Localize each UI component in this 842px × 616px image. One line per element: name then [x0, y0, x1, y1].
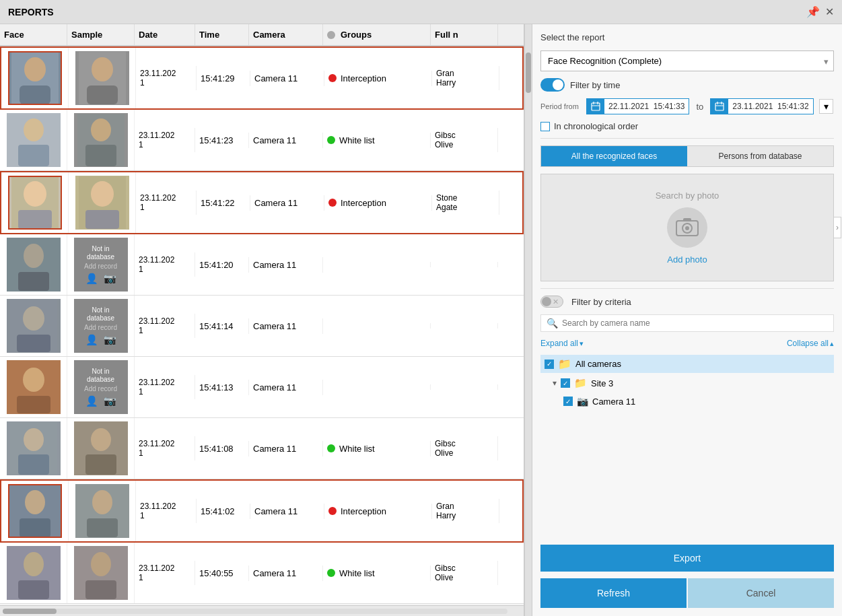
col-header-groups: Groups [323, 24, 431, 45]
calendar-from-button[interactable] [587, 99, 604, 114]
chrono-label: In chronological order [554, 121, 638, 131]
filter-time-toggle[interactable] [540, 78, 565, 92]
cell-groups: Interception [324, 71, 432, 86]
horizontal-scrollbar[interactable] [3, 609, 507, 614]
calendar-to-button[interactable] [711, 99, 728, 114]
search-camera-input[interactable] [562, 318, 828, 328]
tree-arrow-site3[interactable]: ▾ [553, 378, 557, 388]
add-photo-link[interactable]: Add photo [667, 254, 707, 265]
collapse-all-button[interactable]: Collapse all ▴ [787, 339, 834, 348]
cell-fullname: GranHarry [432, 66, 499, 90]
cell-groups [323, 262, 431, 267]
period-to-input[interactable]: 23.11.2021 15:41:32 [710, 98, 813, 114]
svg-point-13 [24, 181, 46, 207]
col-header-camera: Camera [249, 24, 323, 45]
chevron-up-icon: ▴ [830, 339, 834, 348]
svg-point-1 [24, 57, 46, 81]
report-select[interactable]: Face Recognition (Complete) Face Recogni… [540, 50, 834, 71]
table-row[interactable]: 23.11.2021 15:40:55 Camera 11 White list… [0, 543, 524, 604]
svg-point-43 [91, 552, 111, 576]
collapse-all-label: Collapse all [787, 339, 829, 348]
table-row[interactable]: 23.11.2021 15:41:23 Camera 11 White list… [0, 110, 524, 171]
title-bar: REPORTS 📌 ✕ [0, 0, 842, 24]
svg-rect-23 [17, 335, 50, 352]
svg-rect-41 [18, 580, 49, 599]
tree-item-site3[interactable]: ▾ ✓ 📁 Site 3 [549, 374, 834, 392]
add-person-icon[interactable]: 👤 [85, 334, 98, 346]
cell-camera: Camera 11 [250, 195, 324, 211]
cell-camera: Camera 11 [249, 133, 323, 148]
group-color-dot [328, 199, 337, 207]
camera-icon: 📷 [577, 396, 588, 407]
filter-criteria-toggle[interactable]: ✕ [540, 296, 563, 308]
cell-face [0, 418, 67, 479]
table-row[interactable]: 23.11.2021 15:41:08 Camera 11 White list… [0, 418, 524, 479]
panel-toggle-arrow[interactable]: › [833, 217, 841, 238]
cell-time: 15:41:20 [195, 257, 249, 273]
svg-point-55 [685, 226, 689, 230]
close-icon[interactable]: ✕ [825, 5, 834, 18]
add-person-icon[interactable]: 👤 [85, 273, 98, 285]
period-section: Period from 22.11.2021 15:41:33 [540, 98, 834, 114]
chrono-checkbox[interactable] [540, 122, 550, 131]
col-header-sample: Sample [67, 24, 135, 45]
svg-point-7 [24, 118, 44, 141]
table-row[interactable]: 23.11.2021 15:41:02 Camera 11 Intercepti… [0, 479, 524, 543]
svg-rect-11 [85, 145, 116, 166]
search-camera-row: 🔍 [540, 314, 834, 332]
pin-icon[interactable]: 📌 [806, 5, 820, 18]
search-camera-icon: 🔍 [547, 318, 558, 329]
cell-sample: Not indatabase Add record 👤 📷 [67, 296, 135, 356]
expand-all-button[interactable]: Expand all ▾ [540, 339, 584, 348]
period-from-input[interactable]: 22.11.2021 15:41:33 [586, 98, 689, 114]
main-content: Face Sample Date Time Camera Groups Full… [0, 24, 842, 616]
camera11-checkbox[interactable]: ✓ [563, 397, 573, 406]
refresh-button[interactable]: Refresh [540, 578, 687, 608]
cell-camera: Camera 11 [249, 441, 323, 456]
right-panel: Select the report Face Recognition (Comp… [532, 24, 842, 616]
site3-checkbox[interactable]: ✓ [561, 378, 570, 388]
camera-snap-icon[interactable]: 📷 [104, 395, 116, 407]
tab-all-recognized[interactable]: All the recognized faces [541, 146, 687, 166]
cell-date: 23.11.2021 [136, 499, 197, 523]
add-person-icon[interactable]: 👤 [85, 395, 98, 407]
svg-point-37 [92, 490, 112, 514]
svg-rect-20 [18, 272, 49, 291]
tab-persons-database[interactable]: Persons from database [687, 146, 833, 166]
table-row[interactable]: Not indatabase Add record 👤 📷 23.11.2021… [0, 234, 524, 296]
search-by-photo-label: Search by photo [656, 191, 720, 201]
table-row[interactable]: Not indatabase Add record 👤 📷 23.11.2021… [0, 296, 524, 357]
all-cameras-checkbox[interactable]: ✓ [545, 360, 554, 369]
group-name: White list [339, 135, 375, 145]
svg-rect-56 [683, 218, 691, 221]
group-color-dot [327, 569, 335, 577]
table-row[interactable]: 23.11.2021 15:41:22 Camera 11 Intercepti… [0, 171, 524, 234]
cell-groups: Interception [324, 504, 432, 519]
cell-fullname [431, 384, 498, 390]
filter-time-row: Filter by time [540, 78, 834, 92]
cancel-button[interactable]: Cancel [688, 578, 834, 608]
camera-snap-icon[interactable]: 📷 [104, 273, 116, 285]
cell-groups [323, 323, 431, 329]
scroll-thumb-v[interactable] [526, 53, 531, 93]
table-row[interactable]: Not indatabase Add record 👤 📷 23.11.2021… [0, 357, 524, 418]
cell-face [0, 296, 67, 356]
chevron-down-icon: ▾ [580, 339, 584, 348]
tree-item-camera11[interactable]: ✓ 📷 Camera 11 [559, 393, 834, 409]
cell-face [1, 48, 69, 108]
cell-face [0, 357, 67, 417]
vertical-scrollbar[interactable] [524, 24, 532, 616]
divider-1 [540, 138, 834, 139]
export-button[interactable]: Export [540, 545, 834, 572]
cell-date: 23.11.2021 [135, 561, 195, 585]
period-from-label: Period from [540, 102, 581, 110]
cell-camera: Camera 11 [249, 380, 323, 395]
period-dropdown-button[interactable]: ▾ [819, 99, 833, 114]
camera-snap-icon[interactable]: 📷 [104, 334, 116, 346]
tree-item-all-cameras[interactable]: ✓ 📁 All cameras [540, 355, 834, 373]
divider-2 [540, 288, 834, 289]
scroll-thumb[interactable] [3, 609, 57, 614]
folder-icon-site3: 📁 [574, 377, 587, 389]
table-row[interactable]: 23.11.2021 15:41:29 Camera 11 Intercepti… [0, 46, 524, 110]
cell-groups: White list [323, 133, 431, 148]
